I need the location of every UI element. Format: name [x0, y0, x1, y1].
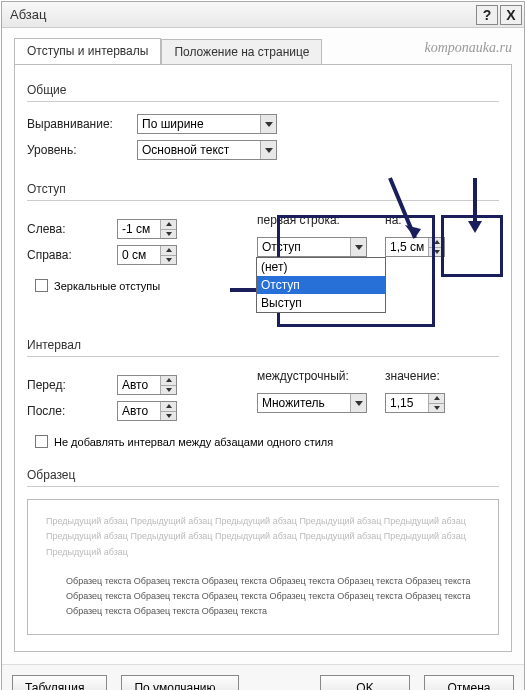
after-spinner[interactable]	[117, 401, 177, 421]
spinner-up-icon[interactable]	[429, 394, 444, 404]
chevron-down-icon[interactable]	[260, 141, 276, 159]
section-indent: Отступ	[27, 182, 499, 196]
watermark: komponauka.ru	[425, 40, 513, 56]
spinner-up-icon[interactable]	[161, 220, 176, 230]
label-value: значение:	[385, 369, 445, 383]
button-bar: Табуляция... По умолчанию... OK Отмена	[2, 664, 524, 690]
spinner-down-icon[interactable]	[161, 386, 176, 395]
preview-sample: Образец текста Образец текста Образец те…	[46, 574, 480, 620]
option-outdent[interactable]: Выступ	[257, 294, 385, 312]
section-spacing: Интервал	[27, 338, 499, 352]
value-spinner[interactable]	[385, 393, 445, 413]
cancel-button[interactable]: Отмена	[424, 675, 514, 690]
help-button[interactable]: ?	[476, 5, 498, 25]
section-general: Общие	[27, 83, 499, 97]
spinner-up-icon[interactable]	[429, 238, 444, 248]
line-spacing-combo[interactable]	[257, 393, 367, 413]
first-line-dropdown: (нет) Отступ Выступ	[256, 257, 386, 313]
chevron-down-icon[interactable]	[350, 238, 366, 256]
alignment-combo[interactable]	[137, 114, 277, 134]
label-before: Перед:	[27, 378, 117, 392]
titlebar: Абзац ? X	[2, 2, 524, 28]
level-input[interactable]	[137, 140, 277, 160]
option-indent[interactable]: Отступ	[257, 276, 385, 294]
close-button[interactable]: X	[500, 5, 522, 25]
section-preview: Образец	[27, 468, 499, 482]
tab-position[interactable]: Положение на странице	[161, 39, 322, 65]
spinner-down-icon[interactable]	[429, 248, 444, 257]
spinner-down-icon[interactable]	[161, 412, 176, 421]
chevron-down-icon[interactable]	[350, 394, 366, 412]
label-no-space: Не добавлять интервал между абзацами одн…	[54, 436, 333, 448]
right-spinner[interactable]	[117, 245, 177, 265]
alignment-input[interactable]	[137, 114, 277, 134]
tabs-button[interactable]: Табуляция...	[12, 675, 107, 690]
spinner-up-icon[interactable]	[161, 246, 176, 256]
label-by: на:	[385, 213, 445, 227]
option-none[interactable]: (нет)	[257, 258, 385, 276]
tab-indents[interactable]: Отступы и интервалы	[14, 38, 161, 65]
spinner-down-icon[interactable]	[429, 404, 444, 413]
mirror-checkbox[interactable]: Зеркальные отступы	[35, 279, 160, 292]
checkbox-box-icon[interactable]	[35, 435, 48, 448]
spinner-up-icon[interactable]	[161, 402, 176, 412]
label-alignment: Выравнивание:	[27, 117, 137, 131]
label-level: Уровень:	[27, 143, 137, 157]
label-mirror: Зеркальные отступы	[54, 280, 160, 292]
chevron-down-icon[interactable]	[260, 115, 276, 133]
ok-button[interactable]: OK	[320, 675, 410, 690]
spinner-up-icon[interactable]	[161, 376, 176, 386]
label-line-spacing: междустрочный:	[257, 369, 367, 383]
label-after: После:	[27, 404, 117, 418]
label-left: Слева:	[27, 222, 117, 236]
spinner-down-icon[interactable]	[161, 230, 176, 239]
preview-prev-para: Предыдущий абзац Предыдущий абзац Предыд…	[46, 514, 480, 560]
left-spinner[interactable]	[117, 219, 177, 239]
tab-panel: Общие Выравнивание: Уровень: Отступ	[14, 64, 512, 652]
default-button[interactable]: По умолчанию...	[121, 675, 238, 690]
label-right: Справа:	[27, 248, 117, 262]
checkbox-box-icon[interactable]	[35, 279, 48, 292]
dialog-title: Абзац	[10, 7, 476, 22]
by-spinner[interactable]	[385, 237, 445, 257]
first-line-combo[interactable]: (нет) Отступ Выступ	[257, 237, 367, 257]
no-space-checkbox[interactable]: Не добавлять интервал между абзацами одн…	[35, 435, 333, 448]
before-spinner[interactable]	[117, 375, 177, 395]
paragraph-dialog: Абзац ? X komponauka.ru Отступы и интерв…	[1, 1, 525, 690]
level-combo[interactable]	[137, 140, 277, 160]
preview-box: Предыдущий абзац Предыдущий абзац Предыд…	[27, 499, 499, 635]
spinner-down-icon[interactable]	[161, 256, 176, 265]
label-first-line: первая строка:	[257, 213, 367, 227]
